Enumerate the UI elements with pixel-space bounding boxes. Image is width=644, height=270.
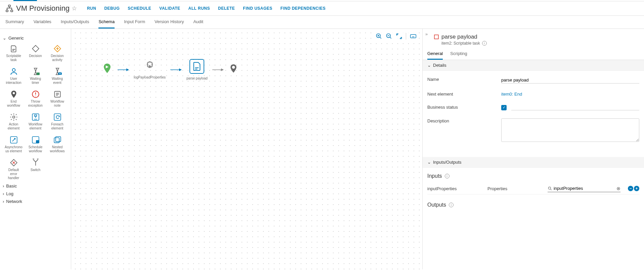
palette-workflow-note[interactable]: Workflow note xyxy=(46,89,68,108)
palette-decision[interactable]: Decision xyxy=(25,43,46,63)
workflow-element-icon xyxy=(31,112,40,122)
input-row: inputProperties Properties ⊗ − + xyxy=(427,185,639,195)
palette-waiting-timer[interactable]: Waiting timer xyxy=(25,66,46,86)
label-description: Description xyxy=(427,118,501,123)
svg-rect-20 xyxy=(411,35,416,38)
svg-rect-0 xyxy=(8,5,10,7)
end-workflow-icon xyxy=(9,90,18,99)
action-delete[interactable]: DELETE xyxy=(218,6,235,11)
description-textarea[interactable] xyxy=(501,118,639,142)
schema-canvas[interactable]: logPayloadProperties parse payload xyxy=(71,29,422,269)
palette-end-workflow[interactable]: End workflow xyxy=(3,89,25,108)
next-element-link[interactable]: item0: End xyxy=(501,92,522,97)
decision-activity-icon xyxy=(53,44,62,53)
input-type: Properties xyxy=(487,186,544,191)
svg-rect-12 xyxy=(54,114,61,120)
info-icon[interactable]: i xyxy=(449,203,454,207)
tab-summary[interactable]: Summary xyxy=(5,16,24,29)
palette-async-element[interactable]: Asynchronous element xyxy=(3,134,25,154)
zoom-in-icon[interactable] xyxy=(376,33,382,40)
props-tab-scripting[interactable]: Scripting xyxy=(450,51,467,60)
tab-input-form[interactable]: Input Form xyxy=(124,16,145,29)
add-input-button[interactable]: + xyxy=(634,186,639,191)
action-node-log[interactable]: logPayloadProperties xyxy=(134,60,166,79)
palette-decision-activity[interactable]: Decision activity xyxy=(46,43,68,63)
info-icon[interactable]: i xyxy=(445,174,449,178)
chevron-right-icon: › xyxy=(3,183,4,188)
properties-panel: » parse payload item2: Scriptable task i… xyxy=(422,29,644,269)
tab-inputs-outputs[interactable]: Inputs/Outputs xyxy=(61,16,89,29)
props-tab-general[interactable]: General xyxy=(427,51,443,60)
chevron-right-icon: › xyxy=(3,191,4,196)
label-next-element: Next element xyxy=(427,92,501,97)
palette-group-basic[interactable]: › Basic xyxy=(3,183,68,188)
action-all-runs[interactable]: ALL RUNS xyxy=(188,6,210,11)
svg-rect-17 xyxy=(55,137,60,142)
svg-point-3 xyxy=(12,68,15,71)
svg-rect-15 xyxy=(36,140,39,143)
clear-icon[interactable]: ⊗ xyxy=(616,186,620,191)
palette-foreach-element[interactable]: Foreach element xyxy=(46,112,68,131)
palette-schedule-workflow[interactable]: Schedule workflow xyxy=(25,134,46,154)
connector xyxy=(212,68,224,71)
business-status-checkbox[interactable]: ✓ xyxy=(501,105,507,110)
scriptable-task-icon xyxy=(9,44,18,53)
action-schedule[interactable]: SCHEDULE xyxy=(128,6,151,11)
section-details[interactable]: ⌄ Details xyxy=(423,60,644,71)
outputs-heading: Outputs xyxy=(427,202,446,208)
palette-group-generic[interactable]: ⌄ Generic xyxy=(3,36,68,41)
palette-switch[interactable]: Switch xyxy=(25,157,46,181)
name-input[interactable] xyxy=(501,77,639,84)
search-icon xyxy=(548,186,552,191)
palette-group-network[interactable]: › Network xyxy=(3,199,68,204)
svg-point-27 xyxy=(232,66,235,69)
action-run[interactable]: RUN xyxy=(87,6,96,11)
info-icon[interactable]: i xyxy=(482,41,487,46)
action-find-usages[interactable]: FIND USAGES xyxy=(243,6,272,11)
zoom-out-icon[interactable] xyxy=(386,33,392,40)
action-find-dependencies[interactable]: FIND DEPENDENCIES xyxy=(281,6,326,11)
collapse-panel-icon[interactable]: » xyxy=(425,32,428,37)
canvas-toolbar xyxy=(374,32,418,41)
palette-action-element[interactable]: Action element xyxy=(3,112,25,131)
section-inputs-outputs[interactable]: ⌄ Inputs/Outputs xyxy=(423,157,644,168)
gear-icon xyxy=(9,112,18,122)
palette-scriptable-task[interactable]: Scriptable task xyxy=(3,43,25,63)
end-node[interactable] xyxy=(228,63,239,76)
remove-input-button[interactable]: − xyxy=(628,186,633,191)
chevron-right-icon: › xyxy=(3,199,4,204)
schedule-icon xyxy=(31,135,40,145)
palette-default-error-handler[interactable]: Default error handler xyxy=(3,157,25,181)
tab-audit[interactable]: Audit xyxy=(193,16,203,29)
nested-icon xyxy=(53,135,62,145)
script-node-parse-payload[interactable]: parse payload xyxy=(186,59,208,80)
keyboard-icon[interactable] xyxy=(410,33,416,40)
connector xyxy=(118,68,129,71)
palette-user-interaction[interactable]: User interaction xyxy=(3,66,25,86)
start-node[interactable] xyxy=(101,62,113,77)
action-validate[interactable]: VALIDATE xyxy=(159,6,180,11)
palette-workflow-element[interactable]: Workflow element xyxy=(25,112,46,131)
svg-point-29 xyxy=(548,187,551,189)
connector xyxy=(170,68,182,71)
palette-throw-exception[interactable]: Throw exception xyxy=(25,89,46,108)
favorite-star-icon[interactable]: ☆ xyxy=(72,5,77,12)
tab-version-history[interactable]: Version History xyxy=(155,16,184,29)
svg-rect-4 xyxy=(37,72,40,75)
label-name: Name xyxy=(427,77,501,82)
tab-schema[interactable]: Schema xyxy=(98,16,115,29)
tab-variables[interactable]: Variables xyxy=(34,16,51,29)
svg-marker-24 xyxy=(179,68,182,71)
fit-screen-icon[interactable] xyxy=(396,33,402,40)
input-bind-search[interactable] xyxy=(554,186,616,191)
action-debug[interactable]: DEBUG xyxy=(104,6,120,11)
palette-group-log[interactable]: › Log xyxy=(3,191,68,196)
page-title: VM Provisioning xyxy=(16,4,70,13)
inputs-heading: Inputs xyxy=(427,173,442,179)
palette-waiting-event[interactable]: Waiting event xyxy=(46,66,68,86)
waiting-event-icon xyxy=(53,67,62,76)
element-palette: ⌄ Generic Scriptable task Decision Dec xyxy=(0,29,71,269)
svg-rect-1 xyxy=(6,10,8,12)
workflow-icon xyxy=(5,4,13,12)
palette-nested-workflows[interactable]: Nested workflows xyxy=(46,134,68,154)
